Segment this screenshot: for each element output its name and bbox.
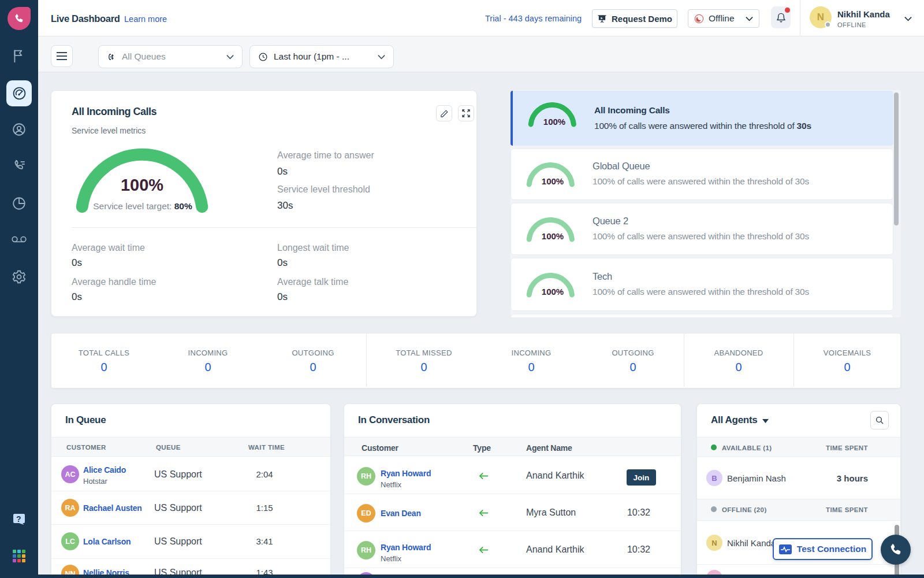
svg-text:?: ? [16,514,21,524]
